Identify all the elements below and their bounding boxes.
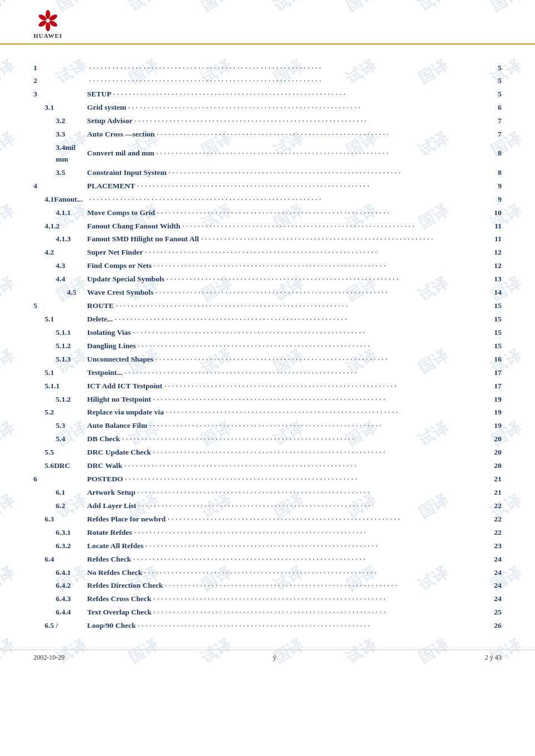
toc-row: 4.4Update Special Symbols · · · · · · · …	[33, 273, 502, 286]
toc-page: 11	[494, 233, 502, 245]
toc-label: Auto Balance Film	[87, 420, 147, 432]
toc-row: 5.1.1Isolating Vias · · · · · · · · · · …	[33, 326, 502, 339]
toc-num: 2	[33, 75, 82, 88]
toc-label: Auto Cross —section	[87, 129, 154, 140]
toc-label: SETUP	[87, 89, 111, 100]
svg-point-3	[46, 22, 50, 31]
toc-title-dots: Fanout SMD Hilight no Fanout All · · · ·…	[82, 233, 502, 246]
toc-num: 5.1.2	[33, 339, 82, 353]
toc-title-dots: DB Check · · · · · · · · · · · · · · · ·…	[82, 433, 502, 446]
toc-title-dots: Auto Balance Film · · · · · · · · · · · …	[82, 420, 502, 433]
toc-row: 4.1Fanout... · · · · · · · · · · · · · ·…	[33, 193, 502, 206]
toc-label: Refdes Check	[87, 554, 131, 565]
toc-row: 6.2Add Layer List · · · · · · · · · · · …	[33, 499, 502, 513]
toc-title-dots: Super Net Finder · · · · · · · · · · · ·…	[82, 246, 502, 260]
toc-row: 4.1.2Fanout Chang Fanout Width · · · · ·…	[33, 220, 502, 233]
toc-page: 5	[498, 75, 502, 87]
toc-dots: · · · · · · · · · · · · · · · · · · · · …	[169, 169, 495, 178]
toc-label: Delete...	[87, 314, 113, 325]
toc-page: 20	[494, 433, 502, 445]
toc-num: 5.6DRC	[33, 460, 82, 473]
toc-num: 5.1	[33, 313, 82, 326]
toc-title-dots: Refdes Direction Check · · · · · · · · ·…	[82, 579, 502, 593]
toc-title-dots: Replace via unpdate via · · · · · · · · …	[82, 406, 502, 420]
toc-num: 3.2	[33, 115, 82, 128]
toc-title-dots: Find Comps or Nets · · · · · · · · · · ·…	[82, 260, 502, 273]
toc-row: 4.5Wave Crest Symbols · · · · · · · · · …	[33, 286, 502, 300]
toc-dots: · · · · · · · · · · · · · · · · · · · · …	[135, 117, 496, 126]
toc-dots: · · · · · · · · · · · · · · · · · · · · …	[89, 196, 495, 204]
toc-label: Super Net Finder	[87, 247, 143, 258]
toc-label: Text Overlap Check	[87, 607, 152, 618]
toc-page: 14	[494, 287, 502, 299]
toc-page: 7	[498, 115, 502, 127]
toc-title-dots: Grid system · · · · · · · · · · · · · · …	[82, 101, 502, 115]
toc-num: 6.1	[33, 486, 82, 500]
toc-dots: · · · · · · · · · · · · · · · · · · · · …	[168, 515, 492, 524]
toc-num: 6.2	[33, 499, 82, 513]
toc-page: 26	[494, 620, 502, 632]
toc-title-dots: Convert mil and mm · · · · · · · · · · ·…	[82, 142, 502, 167]
toc-dots: · · · · · · · · · · · · · · · · · · · · …	[133, 555, 492, 564]
toc-title-dots: Rotate Refdes · · · · · · · · · · · · · …	[82, 526, 502, 539]
toc-page: 19	[494, 394, 502, 406]
toc-num: 6.3.2	[33, 539, 82, 553]
toc-label: Refdes Direction Check	[87, 580, 163, 592]
toc-label: Fanout Chang Fanout Width	[87, 221, 180, 232]
toc-page: 22	[494, 527, 502, 539]
toc-dots: · · · · · · · · · · · · · · · · · · · · …	[125, 475, 492, 484]
toc-label: Setup Advisor	[87, 115, 132, 127]
toc-row: 3.2Setup Advisor · · · · · · · · · · · ·…	[33, 115, 502, 128]
toc-label: Update Special Symbols	[87, 274, 164, 285]
toc-num: 5.5	[33, 446, 82, 460]
toc-page: 5	[498, 62, 502, 74]
toc-page: 22	[494, 514, 502, 525]
toc-title-dots: · · · · · · · · · · · · · · · · · · · · …	[82, 75, 502, 88]
toc-row: 5.1.2Dangling Lines · · · · · · · · · · …	[33, 339, 502, 353]
footer-date: 2002-10-29	[33, 653, 65, 662]
toc-label: Convert mil and mm	[87, 148, 154, 159]
footer-center: ý	[273, 653, 276, 662]
toc-dots: · · · · · · · · · · · · · · · · · · · · …	[128, 104, 495, 113]
toc-label: Add Layer List	[87, 500, 136, 512]
toc-label: Move Comps to Grid	[87, 207, 155, 219]
toc-label: Hilight no Testpoint	[87, 394, 151, 406]
toc-dots: · · · · · · · · · · · · · · · · · · · · …	[133, 329, 492, 338]
toc-page: 20	[494, 460, 502, 472]
toc-dots: · · · · · · · · · · · · · · · · · · · · …	[182, 222, 492, 231]
toc-title-dots: Hilight no Testpoint · · · · · · · · · ·…	[82, 393, 502, 406]
toc-title-dots: · · · · · · · · · · · · · · · · · · · · …	[82, 193, 502, 206]
svg-point-0	[46, 10, 50, 19]
toc-label: Replace via unpdate via	[87, 407, 164, 418]
toc-dots: · · · · · · · · · · · · · · · · · · · · …	[138, 342, 492, 351]
toc-title-dots: Artwork Setup · · · · · · · · · · · · · …	[82, 486, 502, 500]
toc-label: Wave Crest Symbols	[87, 287, 153, 299]
toc-page: 11	[494, 221, 502, 232]
toc-num: 6.4	[33, 553, 82, 566]
toc-row: 3.5Constraint Input System · · · · · · ·…	[33, 166, 502, 179]
toc-row: 6.1Artwork Setup · · · · · · · · · · · ·…	[33, 486, 502, 500]
toc-page: 15	[494, 327, 502, 339]
toc-num: 6.3	[33, 513, 82, 526]
toc-title-dots: Add Layer List · · · · · · · · · · · · ·…	[82, 499, 502, 513]
toc-title-dots: ROUTE · · · · · · · · · · · · · · · · · …	[82, 300, 502, 313]
toc-row: 1 · · · · · · · · · · · · · · · · · · · …	[33, 61, 502, 75]
toc-row: 6.3.2Locate All Refdes · · · · · · · · ·…	[33, 539, 502, 553]
toc-dots: · · · · · · · · · · · · · · · · · · · · …	[122, 435, 492, 444]
toc-num: 6	[33, 473, 82, 486]
toc-label: PLACEMENT	[87, 181, 135, 192]
toc-label: Fanout SMD Hilight no Fanout All	[87, 233, 199, 245]
toc-num: 6.4.2	[33, 579, 82, 593]
toc-title-dots: Auto Cross —section · · · · · · · · · · …	[82, 128, 502, 142]
huawei-logo-icon	[35, 10, 61, 31]
toc-page: 24	[494, 567, 502, 579]
toc-label: No Refdes Check	[87, 567, 142, 579]
toc-page: 9	[498, 194, 502, 206]
toc-row: 6.3.1Rotate Refdes · · · · · · · · · · ·…	[33, 526, 502, 539]
toc-row: 6.4.1No Refdes Check · · · · · · · · · ·…	[33, 566, 502, 579]
toc-row: 5.5DRC Update Check · · · · · · · · · · …	[33, 446, 502, 460]
toc-page: 21	[494, 474, 502, 485]
toc-dots: · · · · · · · · · · · · · · · · · · · · …	[134, 529, 492, 538]
toc-label: Testpoint...	[87, 367, 123, 379]
toc-num: 3.4mil mm	[33, 142, 82, 167]
